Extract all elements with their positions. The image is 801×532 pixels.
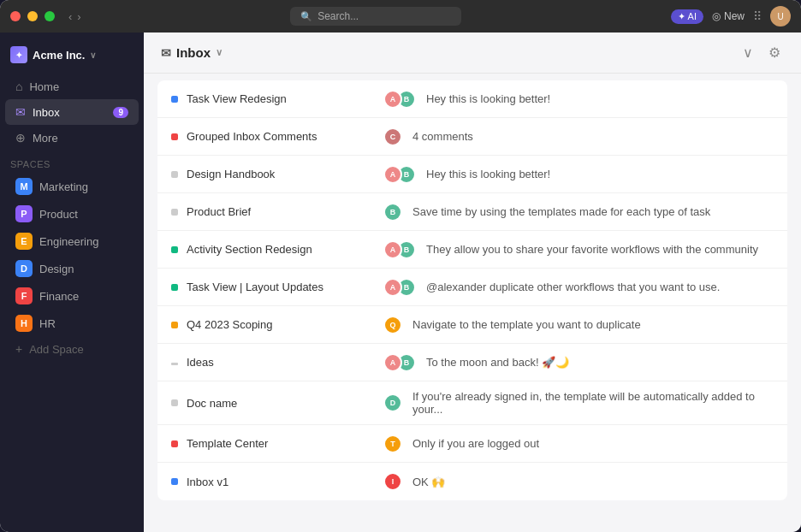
row-message: Navigate to the template you want to dup… bbox=[412, 318, 641, 331]
more-icon: ⊕ bbox=[15, 131, 26, 145]
inbox-row[interactable]: Grouped Inbox Comments C 4 comments bbox=[157, 118, 787, 156]
sidebar-item-inbox[interactable]: ✉ Inbox 9 bbox=[5, 99, 139, 125]
titlebar-right: ✦ AI ◎ New ⠿ U bbox=[671, 6, 791, 27]
sidebar-item-label: Finance bbox=[39, 290, 79, 303]
sidebar-item-label: Marketing bbox=[39, 180, 88, 193]
avatar: A bbox=[383, 90, 402, 109]
forward-icon[interactable]: › bbox=[77, 10, 80, 23]
avatars: A B bbox=[383, 353, 411, 372]
inbox-row[interactable]: Template Center T Only if you are logged… bbox=[157, 425, 787, 463]
avatars: T bbox=[383, 434, 397, 453]
row-indicator bbox=[171, 96, 178, 103]
row-indicator bbox=[171, 440, 178, 447]
row-indicator bbox=[171, 246, 178, 253]
inbox-chevron-icon[interactable]: ∨ bbox=[216, 47, 222, 58]
inbox-row[interactable]: Ideas A B To the moon and back! 🚀🌙 bbox=[157, 344, 787, 381]
row-message: Hey this is looking better! bbox=[426, 92, 550, 105]
sidebar-item-label: Product bbox=[39, 208, 78, 221]
sidebar-item-product[interactable]: P Product bbox=[5, 200, 139, 228]
row-content: I OK 🙌 bbox=[383, 472, 774, 491]
comment-count: 4 comments bbox=[412, 130, 473, 143]
new-button[interactable]: ◎ New bbox=[712, 10, 745, 22]
add-space-button[interactable]: + Add Space bbox=[5, 337, 139, 361]
row-indicator bbox=[171, 363, 178, 365]
row-message: Only if you are logged out bbox=[412, 437, 539, 450]
avatar: T bbox=[383, 434, 402, 453]
sidebar: ✦ Acme Inc. ∨ ⌂ Home ✉ Inbox 9 ⊕ More Sp… bbox=[0, 33, 144, 532]
inbox-title: ✉ Inbox ∨ bbox=[161, 45, 222, 60]
engineering-dot: E bbox=[15, 233, 33, 250]
inbox-row[interactable]: Task View | Layout Updates A B @alexande… bbox=[157, 269, 787, 306]
inbox-row[interactable]: Inbox v1 I OK 🙌 bbox=[157, 463, 787, 500]
row-title: Template Center bbox=[187, 437, 383, 450]
ai-badge[interactable]: ✦ AI bbox=[671, 9, 703, 24]
sidebar-item-marketing[interactable]: M Marketing bbox=[5, 173, 139, 200]
page-title: Inbox bbox=[176, 45, 211, 60]
row-content: D If you're already signed in, the templ… bbox=[383, 390, 774, 416]
avatars: I bbox=[383, 472, 397, 491]
avatars: A B bbox=[383, 240, 411, 259]
avatar: A bbox=[383, 240, 402, 259]
row-title: Doc name bbox=[187, 397, 383, 410]
inbox-list: Task View Redesign A B Hey this is looki… bbox=[144, 74, 801, 532]
row-indicator bbox=[171, 478, 178, 485]
add-icon: + bbox=[15, 342, 22, 356]
avatar: Q bbox=[383, 316, 402, 334]
titlebar-nav: ‹ › bbox=[68, 10, 81, 23]
collapse-button[interactable]: ∨ bbox=[739, 43, 756, 62]
sidebar-item-hr[interactable]: H HR bbox=[5, 310, 139, 337]
sidebar-item-label: Design bbox=[39, 263, 74, 275]
back-icon[interactable]: ‹ bbox=[68, 10, 72, 23]
row-title: Design Handbook bbox=[187, 168, 383, 180]
avatars: A B bbox=[383, 90, 411, 109]
apps-icon[interactable]: ⠿ bbox=[753, 9, 762, 23]
inbox-row[interactable]: Doc name D If you're already signed in, … bbox=[157, 381, 787, 425]
sidebar-item-more[interactable]: ⊕ More bbox=[5, 125, 139, 151]
user-avatar[interactable]: U bbox=[770, 6, 791, 27]
finance-dot: F bbox=[15, 287, 33, 304]
sidebar-item-engineering[interactable]: E Engineering bbox=[5, 228, 139, 255]
inbox-row[interactable]: Product Brief B Save time by using the t… bbox=[157, 193, 787, 231]
avatars: A B bbox=[383, 278, 411, 297]
inbox-row[interactable]: Activity Section Redesign A B They allow… bbox=[157, 231, 787, 269]
row-content: A B They allow you to share your favorit… bbox=[383, 240, 774, 259]
row-content: A B @alexander duplicate other workflows… bbox=[383, 278, 774, 297]
row-message: OK 🙌 bbox=[412, 476, 445, 488]
search-input[interactable]: 🔍 Search... bbox=[290, 7, 461, 26]
row-content: A B To the moon and back! 🚀🌙 bbox=[383, 353, 774, 372]
maximize-button[interactable] bbox=[44, 11, 55, 21]
home-icon: ⌂ bbox=[15, 80, 22, 93]
ai-icon: ✦ bbox=[678, 11, 685, 22]
row-title: Task View Redesign bbox=[187, 92, 383, 105]
header-actions: ∨ ⚙ bbox=[739, 43, 784, 62]
sidebar-item-finance[interactable]: F Finance bbox=[5, 282, 139, 310]
marketing-dot: M bbox=[15, 178, 33, 195]
ai-label: AI bbox=[688, 11, 697, 21]
avatar: C bbox=[383, 127, 402, 146]
minimize-button[interactable] bbox=[27, 11, 38, 21]
avatars: B bbox=[383, 203, 397, 222]
sidebar-item-home[interactable]: ⌂ Home bbox=[5, 74, 139, 99]
row-message: Save time by using the templates made fo… bbox=[412, 205, 710, 218]
avatars: A B bbox=[383, 165, 411, 184]
workspace-header[interactable]: ✦ Acme Inc. ∨ bbox=[0, 39, 144, 74]
row-title: Product Brief bbox=[187, 205, 383, 218]
row-indicator bbox=[171, 133, 178, 140]
row-title: Q4 2023 Scoping bbox=[187, 318, 383, 331]
avatar: I bbox=[383, 472, 402, 491]
row-title: Activity Section Redesign bbox=[187, 243, 383, 256]
inbox-row[interactable]: Design Handbook A B Hey this is looking … bbox=[157, 156, 787, 193]
settings-button[interactable]: ⚙ bbox=[765, 43, 784, 62]
sidebar-item-label: Inbox bbox=[33, 106, 60, 119]
row-content: C 4 comments bbox=[383, 127, 774, 146]
close-button[interactable] bbox=[10, 11, 21, 21]
inbox-row[interactable]: Q4 2023 Scoping Q Navigate to the templa… bbox=[157, 306, 787, 344]
row-indicator bbox=[171, 399, 178, 406]
row-indicator bbox=[171, 209, 178, 216]
inbox-row[interactable]: Task View Redesign A B Hey this is looki… bbox=[157, 80, 787, 118]
inbox-card: Task View Redesign A B Hey this is looki… bbox=[157, 80, 787, 500]
sidebar-item-design[interactable]: D Design bbox=[5, 255, 139, 282]
search-bar: 🔍 Search... bbox=[88, 7, 664, 26]
hr-dot: H bbox=[15, 315, 33, 332]
spaces-section-label: Spaces bbox=[0, 151, 144, 173]
